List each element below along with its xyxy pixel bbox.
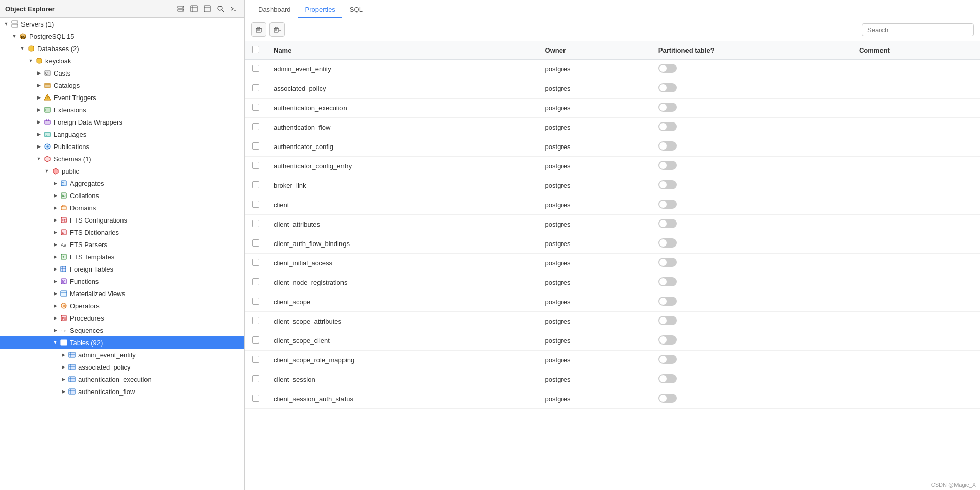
tree-toggle-fts_dicts[interactable]: ▶ <box>51 230 59 235</box>
tree-item-foreign_tables[interactable]: ▶Foreign Tables <box>0 263 244 275</box>
row-checkbox[interactable] <box>252 142 259 150</box>
tree-toggle-databases[interactable]: ▼ <box>18 46 27 51</box>
tree-item-tables[interactable]: ▼Tables (92) <box>0 336 244 349</box>
row-checkbox[interactable] <box>252 220 259 227</box>
tree-toggle-event_triggers[interactable]: ▶ <box>35 95 43 100</box>
server-icon-btn[interactable] <box>175 3 186 14</box>
select-all-checkbox[interactable] <box>252 46 259 53</box>
tree-toggle-public[interactable]: ▼ <box>43 168 51 174</box>
partitioned-toggle[interactable] <box>658 258 677 267</box>
search-input[interactable] <box>862 23 974 36</box>
tree-item-extensions[interactable]: ▶EExtensions <box>0 104 244 116</box>
tree-item-mat_views[interactable]: ▶Materialized Views <box>0 287 244 300</box>
tree-item-authentication_execution[interactable]: ▶authentication_execution <box>0 373 244 385</box>
tree-item-databases[interactable]: ▼Databases (2) <box>0 42 244 55</box>
tree-toggle-sequences[interactable]: ▶ <box>51 328 59 333</box>
cell-partitioned[interactable] <box>651 351 852 370</box>
partitioned-toggle[interactable] <box>658 103 677 112</box>
tree-item-schemas[interactable]: ▼Schemas (1) <box>0 153 244 165</box>
row-checkbox[interactable] <box>252 162 259 169</box>
cell-partitioned[interactable] <box>651 312 852 331</box>
delete-button[interactable] <box>251 22 266 37</box>
cell-partitioned[interactable] <box>651 234 852 254</box>
view-icon-btn[interactable] <box>202 3 213 14</box>
cell-partitioned[interactable] <box>651 137 852 157</box>
cell-partitioned[interactable] <box>651 118 852 137</box>
tree-item-casts[interactable]: ▶CCasts <box>0 67 244 79</box>
tree-item-public[interactable]: ▼public <box>0 165 244 177</box>
tree-toggle-authentication_execution[interactable]: ▶ <box>59 377 67 382</box>
tab-properties[interactable]: Properties <box>298 2 342 18</box>
cell-partitioned[interactable] <box>651 99 852 118</box>
cell-partitioned[interactable] <box>651 370 852 389</box>
tree-toggle-fts_templates[interactable]: ▶ <box>51 254 59 259</box>
partitioned-toggle[interactable] <box>658 238 677 248</box>
table-grid-icon-btn[interactable] <box>188 3 200 14</box>
row-checkbox[interactable] <box>252 336 259 344</box>
tree-toggle-aggregates[interactable]: ▶ <box>51 181 59 186</box>
search-icon-btn[interactable] <box>215 3 226 14</box>
row-checkbox[interactable] <box>252 84 259 91</box>
tree-toggle-keycloak[interactable]: ▼ <box>27 58 35 63</box>
row-checkbox[interactable] <box>252 298 259 305</box>
tree-toggle-fts_parsers[interactable]: ▶ <box>51 242 59 247</box>
tree-item-languages[interactable]: ▶LLanguages <box>0 128 244 140</box>
partitioned-toggle[interactable] <box>658 180 677 189</box>
cascade-delete-button[interactable]: + <box>270 22 285 37</box>
partitioned-toggle[interactable] <box>658 394 677 403</box>
cell-partitioned[interactable] <box>651 60 852 79</box>
tree-item-sequences[interactable]: ▶1.3Sequences <box>0 324 244 336</box>
tree-toggle-foreign_tables[interactable]: ▶ <box>51 266 59 272</box>
row-checkbox[interactable] <box>252 65 259 72</box>
partitioned-toggle[interactable] <box>658 64 677 73</box>
row-checkbox[interactable] <box>252 104 259 111</box>
row-checkbox[interactable] <box>252 395 259 402</box>
tree-item-collations[interactable]: ▶AzCollations <box>0 189 244 202</box>
row-checkbox[interactable] <box>252 375 259 382</box>
tree-item-event_triggers[interactable]: ▶!Event Triggers <box>0 91 244 104</box>
terminal-icon-btn[interactable] <box>228 3 239 14</box>
tree-toggle-admin_event_entity[interactable]: ▶ <box>59 352 67 357</box>
tree-toggle-operators[interactable]: ▶ <box>51 303 59 308</box>
tree-item-publications[interactable]: ▶Publications <box>0 140 244 153</box>
tree-toggle-servers[interactable]: ▼ <box>2 21 10 27</box>
tree-item-fts_parsers[interactable]: ▶AaFTS Parsers <box>0 238 244 251</box>
cell-partitioned[interactable] <box>651 389 852 409</box>
tree-toggle-authentication_flow_tree[interactable]: ▶ <box>59 389 67 394</box>
cell-partitioned[interactable] <box>651 176 852 195</box>
cell-partitioned[interactable] <box>651 195 852 215</box>
cell-partitioned[interactable] <box>651 331 852 351</box>
tree-item-keycloak[interactable]: ▼keycloak <box>0 55 244 67</box>
cell-partitioned[interactable] <box>651 215 852 234</box>
partitioned-toggle[interactable] <box>658 219 677 228</box>
row-checkbox[interactable] <box>252 278 259 285</box>
cell-partitioned[interactable] <box>651 79 852 99</box>
tree-toggle-languages[interactable]: ▶ <box>35 132 43 137</box>
partitioned-toggle[interactable] <box>658 335 677 345</box>
tree-toggle-foreign_data_wrappers[interactable]: ▶ <box>35 119 43 125</box>
partitioned-toggle[interactable] <box>658 297 677 306</box>
partitioned-toggle[interactable] <box>658 83 677 92</box>
tree-item-associated_policy[interactable]: ▶associated_policy <box>0 361 244 373</box>
partitioned-toggle[interactable] <box>658 374 677 383</box>
cell-partitioned[interactable] <box>651 292 852 312</box>
tree-toggle-functions[interactable]: ▶ <box>51 279 59 284</box>
tree-item-fts_configs[interactable]: ▶FTSFTS Configurations <box>0 214 244 226</box>
row-checkbox[interactable] <box>252 123 259 130</box>
partitioned-toggle[interactable] <box>658 141 677 151</box>
tree-item-authentication_flow_tree[interactable]: ▶authentication_flow <box>0 385 244 398</box>
tree-item-foreign_data_wrappers[interactable]: ▶Foreign Data Wrappers <box>0 116 244 128</box>
row-checkbox[interactable] <box>252 356 259 363</box>
tree-item-procedures[interactable]: ▶P()Procedures <box>0 312 244 324</box>
partitioned-toggle[interactable] <box>658 355 677 364</box>
tree-item-aggregates[interactable]: ▶∑Aggregates <box>0 177 244 189</box>
tree-toggle-extensions[interactable]: ▶ <box>35 107 43 112</box>
tree-toggle-fts_configs[interactable]: ▶ <box>51 217 59 223</box>
tree-toggle-domains[interactable]: ▶ <box>51 205 59 210</box>
tree-toggle-schemas[interactable]: ▼ <box>35 156 43 161</box>
partitioned-toggle[interactable] <box>658 200 677 209</box>
row-checkbox[interactable] <box>252 201 259 208</box>
tree-toggle-casts[interactable]: ▶ <box>35 70 43 76</box>
row-checkbox[interactable] <box>252 259 259 266</box>
tree-toggle-postgresql[interactable]: ▼ <box>10 34 18 39</box>
